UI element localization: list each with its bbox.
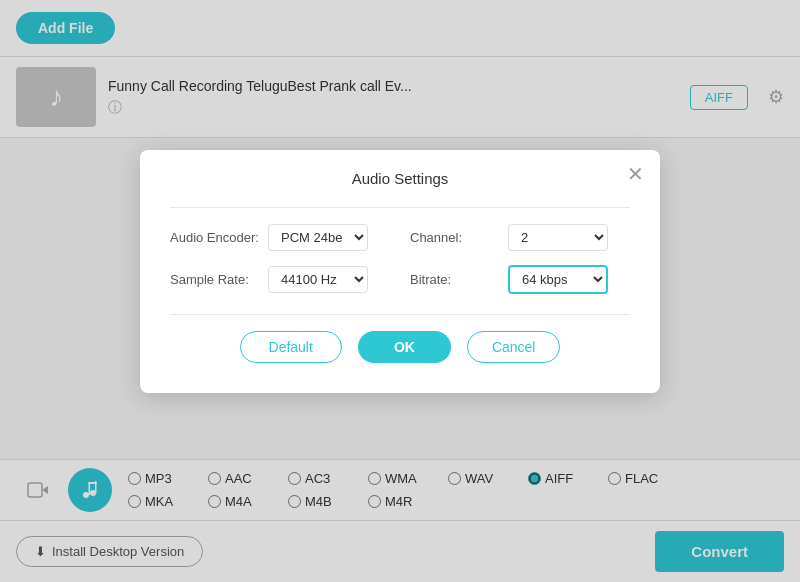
channel-select[interactable]: 2 bbox=[508, 224, 608, 251]
encoder-label: Audio Encoder: bbox=[170, 230, 260, 245]
default-button[interactable]: Default bbox=[240, 331, 342, 363]
modal-title: Audio Settings bbox=[170, 170, 630, 187]
modal-actions: Default OK Cancel bbox=[170, 331, 630, 363]
modal-divider bbox=[170, 207, 630, 208]
bitrate-select[interactable]: 64 kbps bbox=[508, 265, 608, 294]
modal-close-button[interactable]: ✕ bbox=[627, 162, 644, 186]
bitrate-label: Bitrate: bbox=[410, 272, 500, 287]
settings-grid: Audio Encoder: PCM 24be Channel: 2 Sampl… bbox=[170, 224, 630, 294]
cancel-button[interactable]: Cancel bbox=[467, 331, 561, 363]
ok-button[interactable]: OK bbox=[358, 331, 451, 363]
sample-rate-label: Sample Rate: bbox=[170, 272, 260, 287]
audio-settings-modal: ✕ Audio Settings Audio Encoder: PCM 24be… bbox=[140, 150, 660, 393]
encoder-select[interactable]: PCM 24be bbox=[268, 224, 368, 251]
channel-label: Channel: bbox=[410, 230, 500, 245]
modal-divider2 bbox=[170, 314, 630, 315]
bitrate-row: Bitrate: 64 kbps bbox=[410, 265, 630, 294]
sample-rate-row: Sample Rate: 44100 Hz bbox=[170, 265, 390, 294]
encoder-row: Audio Encoder: PCM 24be bbox=[170, 224, 390, 251]
channel-row: Channel: 2 bbox=[410, 224, 630, 251]
modal-overlay: ✕ Audio Settings Audio Encoder: PCM 24be… bbox=[0, 0, 800, 582]
sample-rate-select[interactable]: 44100 Hz bbox=[268, 266, 368, 293]
